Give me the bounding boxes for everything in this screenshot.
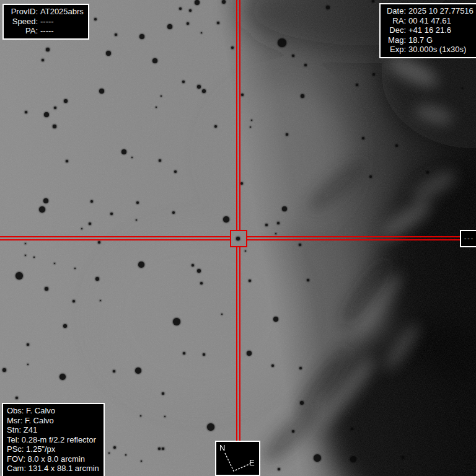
star: [326, 6, 330, 9]
star: [183, 352, 185, 355]
star: [89, 223, 91, 225]
star: [222, 0, 226, 4]
star: [106, 51, 111, 56]
dec-value: +41 16 21.6: [408, 25, 451, 35]
ra-value: 00 41 47.61: [408, 16, 451, 26]
star: [113, 370, 115, 372]
compass-north-label: N: [219, 443, 225, 453]
star: [27, 343, 29, 346]
star: [66, 160, 68, 162]
star: [362, 137, 364, 139]
star: [173, 318, 180, 325]
exp-label: Exp:: [384, 45, 406, 55]
star: [138, 262, 144, 268]
exp-row: Exp: 30.000s (1x30s): [384, 45, 474, 55]
star: [304, 64, 307, 66]
star: [292, 55, 294, 57]
edge-marker-label: ---: [464, 234, 474, 244]
star: [156, 107, 157, 108]
star: [25, 255, 26, 256]
star: [250, 126, 251, 128]
crosshair-vertical-bottom: [236, 247, 240, 441]
speed-label: Speed:: [7, 17, 38, 27]
star: [192, 264, 194, 267]
compass-box: N E: [215, 441, 260, 476]
mag-label: Mag:: [384, 35, 406, 45]
fov-line: FOV: 8.0 x 8.0 arcmin: [7, 454, 99, 464]
star: [136, 201, 139, 204]
compass-east-label: E: [249, 458, 255, 468]
star: [299, 367, 302, 369]
pa-row: PA: -----: [7, 26, 84, 36]
date-value: 2025 10 27.77516: [408, 6, 474, 16]
star: [200, 282, 203, 284]
star: [372, 0, 374, 2]
dec-row: Dec: +41 16 21.6: [384, 25, 474, 35]
star: [15, 272, 23, 280]
star: [125, 454, 126, 456]
star: [350, 456, 356, 462]
obs-line: Obs: F. Calvo: [7, 406, 99, 416]
star: [113, 446, 116, 449]
star: [44, 112, 49, 117]
cam-line: Cam: 131.4 x 88.1 arcmin: [7, 464, 99, 474]
star: [100, 300, 101, 301]
star: [74, 268, 76, 269]
star: [174, 170, 177, 173]
star: [73, 300, 75, 302]
star: [162, 447, 164, 450]
star: [136, 219, 137, 221]
image-canvas[interactable]: ProvID: AT2025abrs Speed: ----- PA: ----…: [0, 0, 476, 476]
star: [167, 24, 172, 29]
star: [314, 454, 321, 462]
star: [299, 244, 301, 246]
star: [135, 368, 141, 374]
star: [187, 22, 189, 25]
star: [278, 468, 280, 470]
star: [2, 368, 6, 372]
star: [53, 125, 56, 128]
crosshair-horizontal-left: [0, 236, 230, 240]
star: [203, 353, 205, 356]
msr-line: Msr: F. Calvo: [7, 416, 99, 426]
star: [64, 99, 68, 103]
star: [197, 269, 201, 273]
psc-line: PSc: 1.25"/px: [7, 444, 99, 454]
star: [33, 257, 35, 258]
edge-marker-box: ---: [460, 230, 476, 247]
mag-value: 18.7 G: [408, 35, 433, 45]
star: [300, 401, 304, 405]
star: [197, 85, 201, 89]
star: [223, 216, 229, 223]
star: [286, 133, 288, 136]
ra-row: RA: 00 41 47.61: [384, 16, 474, 26]
star: [369, 175, 372, 178]
star: [140, 415, 141, 416]
star: [27, 364, 29, 365]
star: [356, 84, 358, 86]
star: [249, 280, 251, 282]
star: [172, 211, 175, 214]
pa-value: -----: [40, 26, 54, 36]
star: [426, 171, 429, 174]
crosshair-vertical-top: [236, 0, 240, 230]
star: [164, 416, 165, 417]
provid-value: AT2025abrs: [40, 7, 84, 17]
pa-label: PA:: [7, 26, 38, 36]
star: [247, 351, 252, 356]
star: [60, 374, 66, 380]
star: [39, 206, 45, 213]
observer-info-box: Obs: F. Calvo Msr: F. Calvo Stn: Z41 Tel…: [2, 403, 105, 476]
star: [131, 157, 133, 158]
star: [139, 34, 144, 39]
star: [351, 428, 353, 430]
star: [395, 144, 398, 147]
dec-label: Dec:: [384, 25, 406, 35]
speed-row: Speed: -----: [7, 17, 84, 27]
star: [98, 241, 100, 244]
star: [54, 263, 55, 264]
star: [402, 456, 404, 459]
star: [271, 364, 274, 367]
star: [182, 81, 185, 83]
star: [277, 222, 280, 224]
